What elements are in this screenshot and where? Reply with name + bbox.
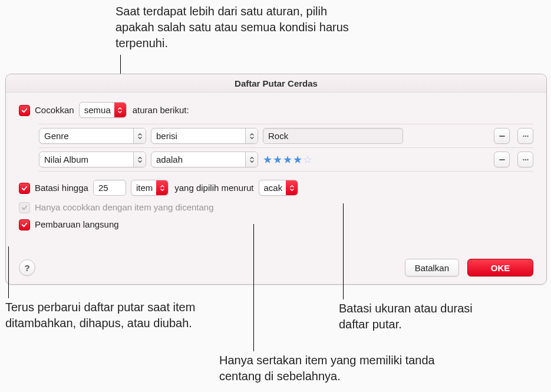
smart-playlist-dialog: Daftar Putar Cerdas Cocokkan semua atura… [5, 74, 547, 285]
dialog-title: Daftar Putar Cerdas [6, 74, 546, 93]
rule-field-popup[interactable]: Genre [39, 128, 146, 144]
popup-knob-icon [114, 103, 126, 117]
star-icon: ☆ [303, 154, 312, 165]
rule-value-text: Rock [268, 131, 288, 141]
limit-label: Batasi hingga [35, 183, 88, 193]
star-icon: ★ [273, 154, 282, 165]
limit-by-value: acak [264, 183, 283, 193]
limit-row: Batasi hingga 25 item yang dipilih menur… [19, 180, 533, 196]
cancel-button[interactable]: Batalkan [405, 259, 459, 276]
limit-checkbox[interactable] [19, 183, 30, 194]
svg-point-2 [527, 135, 528, 136]
callout-line [8, 246, 9, 298]
ok-button[interactable]: OKE [467, 259, 533, 276]
rule-field-popup[interactable]: Nilai Album [39, 151, 146, 167]
svg-point-0 [523, 135, 524, 136]
popup-knob-icon [245, 129, 258, 143]
rule-field-value: Genre [44, 131, 69, 141]
limit-unit-popup[interactable]: item [131, 180, 169, 196]
callout-bottom-mid: Hanya sertakan item yang memiliki tanda … [219, 353, 467, 384]
star-icon: ★ [283, 154, 292, 165]
rule-row: Nilai Album adalah ★ ★ ★ [39, 147, 533, 171]
live-update-checkbox[interactable] [19, 219, 30, 230]
match-mode-popup[interactable]: semua [79, 102, 127, 118]
rule-row: Genre berisi Rock [39, 124, 533, 147]
minus-icon [499, 156, 506, 163]
ellipsis-icon [522, 133, 529, 140]
match-mode-value: semua [84, 105, 111, 115]
callout-line [343, 203, 344, 299]
only-checked-label: Hanya cocokkan dengan item yang dicentan… [35, 202, 214, 212]
match-label-left: Cocokkan [35, 105, 74, 115]
only-checked-row: Hanya cocokkan dengan item yang dicentan… [19, 202, 533, 213]
rule-op-value: adalah [156, 154, 183, 164]
dialog-body: Cocokkan semua aturan berikut: Genre [6, 93, 546, 285]
help-button[interactable]: ? [19, 259, 35, 276]
callout-top: Saat terdapat lebih dari satu aturan, pi… [116, 4, 369, 51]
svg-point-1 [524, 135, 526, 136]
limit-value-field[interactable]: 25 [93, 180, 126, 196]
svg-point-4 [524, 159, 526, 160]
rules-list: Genre berisi Rock [39, 124, 533, 172]
popup-knob-icon [133, 129, 146, 143]
popup-knob-icon [245, 152, 258, 167]
rule-op-value: berisi [156, 131, 177, 141]
match-label-right: aturan berikut: [133, 105, 189, 115]
only-checked-checkbox [19, 202, 30, 213]
svg-point-5 [527, 159, 528, 160]
limit-value-text: 25 [98, 183, 108, 193]
limit-by-popup[interactable]: acak [259, 180, 299, 196]
rule-more-button[interactable] [517, 151, 533, 167]
dialog-footer: ? Batalkan OKE [19, 259, 533, 276]
star-icon: ★ [263, 154, 272, 165]
minus-icon [499, 133, 506, 140]
popup-knob-icon [133, 152, 146, 167]
live-update-row: Pembaruan langsung [19, 219, 533, 230]
callout-bottom-left: Terus perbarui daftar putar saat item di… [5, 299, 200, 331]
limit-unit-value: item [136, 183, 153, 193]
rule-value-field[interactable]: Rock [263, 128, 403, 144]
callout-bottom-right: Batasi ukuran atau durasi daftar putar. [339, 301, 504, 332]
remove-rule-button[interactable] [494, 128, 510, 144]
popup-knob-icon [286, 180, 298, 195]
star-icon: ★ [293, 154, 302, 165]
rule-op-popup[interactable]: adalah [151, 151, 258, 167]
live-update-label: Pembaruan langsung [35, 219, 119, 229]
popup-knob-icon [156, 180, 168, 195]
rule-stars[interactable]: ★ ★ ★ ★ ☆ [263, 154, 312, 165]
ellipsis-icon [522, 156, 529, 163]
svg-point-3 [523, 159, 524, 160]
match-row: Cocokkan semua aturan berikut: [19, 102, 533, 118]
limit-by-label: yang dipilih menurut [174, 183, 253, 193]
rule-field-value: Nilai Album [44, 154, 88, 164]
rule-op-popup[interactable]: berisi [151, 128, 258, 144]
rule-more-button[interactable] [517, 128, 533, 144]
callout-line [253, 224, 254, 351]
match-checkbox[interactable] [19, 105, 30, 116]
remove-rule-button[interactable] [494, 151, 510, 167]
